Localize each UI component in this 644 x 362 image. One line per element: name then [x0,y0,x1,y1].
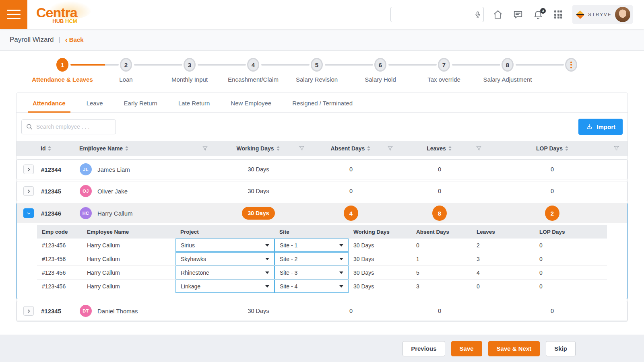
site-select[interactable]: Site - 1 [275,239,349,252]
step-salary-hold[interactable]: 6 Salary Hold [349,58,412,93]
working-days-value: 30 Days [349,280,411,293]
global-search-input[interactable] [391,7,472,22]
subtable-row: #123-456 Harry Callum Skyhawks Site - 2 … [37,252,607,266]
project-select[interactable]: Sirius [175,239,275,252]
tab-resigned-terminated[interactable]: Resigned / Terminated [282,93,363,112]
lop-days-value: 0 [484,308,621,314]
save-and-next-button[interactable]: Save & Next [488,341,540,356]
emp-code: #123-456 [37,252,82,265]
import-button[interactable]: Import [578,119,623,135]
tab-new-employee[interactable]: New Employee [220,93,282,112]
subcolumn-leaves: Leaves [472,225,535,239]
sort-employee-name-button[interactable] [125,146,128,151]
dropdown-caret-icon [339,244,343,247]
stryve-logo-icon [576,10,584,19]
step-label: Salary Revision [296,76,338,83]
dropdown-caret-icon [265,285,269,288]
collapse-row-button[interactable] [23,208,34,218]
filter-leaves-icon[interactable] [476,146,482,152]
subcolumn-emp-code: Emp code [37,225,82,239]
leaves-badge: 8 [432,206,447,221]
step-label: Monthly Input [171,76,208,83]
step-more[interactable] [539,58,603,93]
notifications-bell-icon[interactable]: 3 [532,8,544,21]
microphone-icon[interactable] [472,7,483,22]
subcolumn-site: Site [275,225,349,239]
column-header-id: Id [41,145,45,152]
site-select[interactable]: Site - 2 [275,252,349,265]
tab-leave[interactable]: Leave [76,93,114,112]
global-search [390,7,484,22]
step-number: 5 [311,58,323,72]
user-avatar [615,7,630,22]
step-loan[interactable]: 2 Loan [94,58,158,93]
employee-search-input[interactable] [36,123,111,130]
step-salary-adjustment[interactable]: 8 Salary Adjustment [476,58,539,93]
leaves-value: 0 [395,166,484,173]
apps-grid-icon[interactable] [552,8,564,21]
expand-row-button[interactable] [23,165,34,174]
save-button[interactable]: Save [451,341,482,356]
step-monthly-input[interactable]: 3 Monthly Input [158,58,221,93]
wizard-stepper: 1 Attendance & Leaves 2 Loan 3 Monthly I… [0,51,644,93]
project-select[interactable]: Rhinestone [175,266,275,279]
tab-early-return[interactable]: Early Return [114,93,168,112]
skip-button[interactable]: Skip [546,341,576,356]
project-select[interactable]: Linkage [175,280,275,293]
back-button[interactable]: ‹ Back [65,36,84,43]
step-number: 3 [184,58,196,72]
notification-count-badge: 3 [540,8,546,14]
tab-attendance[interactable]: Attendance [22,93,76,112]
step-number: 7 [438,58,450,72]
leaves-value: 0 [395,308,484,314]
filter-lop-days-icon[interactable] [613,146,619,152]
lop-days-badge: 2 [545,206,559,221]
step-label: Loan [119,76,132,83]
employee-id: #12345 [41,308,80,315]
expand-row-button[interactable] [23,186,34,196]
step-salary-revision[interactable]: 5 Salary Revision [285,58,349,93]
employee-name: Harry Callum [82,266,175,279]
workspace-name: STRYVE [588,12,612,17]
previous-button[interactable]: Previous [402,341,445,356]
step-tax-override[interactable]: 7 Tax override [412,58,476,93]
step-label: Salary Hold [365,76,396,83]
messages-icon[interactable] [512,8,524,21]
project-select[interactable]: Skyhawks [175,252,275,265]
employee-id: #12344 [41,166,80,173]
leaves-value: 0 [395,188,484,194]
column-header-lop-days: LOP Days [536,145,563,152]
sort-leaves-button[interactable] [448,146,452,151]
filter-absent-days-icon[interactable] [387,146,393,152]
back-label: Back [69,36,84,43]
tab-late-return[interactable]: Late Return [168,93,220,112]
employee-name: Harry Callum [82,239,175,252]
step-attendance-leaves[interactable]: 1 Attendance & Leaves [31,58,94,93]
filter-working-days-icon[interactable] [299,146,305,152]
dropdown-caret-icon [265,258,269,260]
lop-days-value: 0 [535,239,607,252]
expand-row-button[interactable] [23,306,34,316]
sort-working-days-button[interactable] [277,146,280,151]
lop-days-value: 0 [535,280,607,293]
home-icon[interactable] [492,8,504,21]
employee-name: Harry Callum [82,280,175,293]
filter-employee-name-icon[interactable] [202,146,208,152]
hamburger-menu-button[interactable] [0,0,27,29]
absent-days-value: 0 [307,166,395,173]
table-toolbar: Import [17,113,627,141]
sort-id-button[interactable] [48,146,51,151]
sort-lop-days-button[interactable] [565,146,568,151]
emp-code: #123-456 [37,280,82,293]
workspace-profile-button[interactable]: STRYVE [572,5,633,24]
attendance-card: Attendance Leave Early Return Late Retur… [16,93,628,322]
step-encashment-claim[interactable]: 4 Encashment/Claim [221,58,285,93]
employee-id: #12345 [41,188,80,195]
employee-name: Daniel Thomas [97,308,138,315]
working-days-value: 30 Days [349,266,411,279]
leaves-value: 4 [472,266,535,279]
sort-absent-days-button[interactable] [367,146,370,151]
site-select[interactable]: Site - 3 [275,266,349,279]
emp-code: #123-456 [37,239,82,252]
site-select[interactable]: Site - 4 [275,280,349,293]
